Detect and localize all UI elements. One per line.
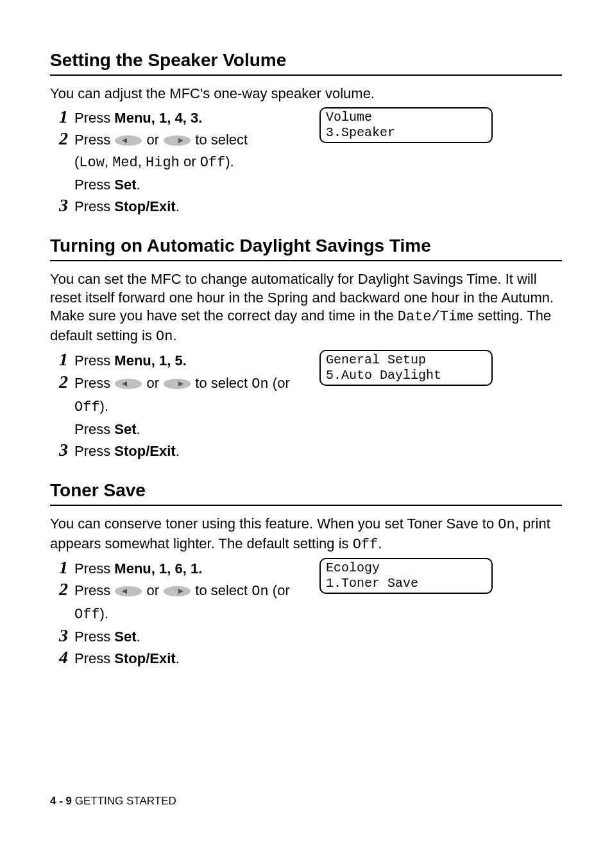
step-text: Press or to select (Low, Med, High or Of… <box>74 129 305 196</box>
intro-text: You can adjust the MFC's one-way speaker… <box>50 85 562 103</box>
set-key: Set <box>114 177 136 193</box>
step-3: 3 Press Stop/Exit. <box>50 196 562 218</box>
steps-list: Volume 3.Speaker 1 Press Menu, 1, 4, 3. … <box>50 107 562 218</box>
section-speaker-volume: Setting the Speaker Volume You can adjus… <box>50 50 562 218</box>
arrow-left-icon <box>114 586 142 597</box>
section-title: Setting the Speaker Volume <box>50 50 562 76</box>
step-number: 2 <box>50 580 74 600</box>
menu-key: Menu <box>114 352 151 369</box>
step-1: 1 Press Menu, 1, 6, 1. <box>50 558 562 580</box>
step-number: 3 <box>50 196 74 216</box>
step-number: 1 <box>50 350 74 370</box>
step-1: 1 Press Menu, 1, 5. <box>50 350 562 372</box>
arrow-right-icon <box>163 135 191 146</box>
chapter-label: GETTING STARTED <box>72 795 176 807</box>
stop-exit-key: Stop/Exit <box>114 198 175 214</box>
set-key: Set <box>114 629 136 645</box>
intro-text: You can set the MFC to change automatica… <box>50 270 562 346</box>
arrow-left-icon <box>114 135 142 146</box>
page-body: Setting the Speaker Volume You can adjus… <box>0 0 612 868</box>
step-number: 3 <box>50 440 74 460</box>
menu-key: Menu <box>114 110 151 126</box>
stop-exit-key: Stop/Exit <box>114 443 175 459</box>
step-3: 3 Press Stop/Exit. <box>50 440 562 462</box>
step-text: Press Menu, 1, 6, 1. <box>74 558 305 580</box>
step-number: 4 <box>50 648 74 668</box>
arrow-right-icon <box>163 586 191 597</box>
stop-exit-key: Stop/Exit <box>114 650 175 666</box>
step-number: 2 <box>50 129 74 149</box>
svg-point-8 <box>115 586 142 596</box>
steps-list: Ecology 1.Toner Save 1 Press Menu, 1, 6,… <box>50 558 562 670</box>
step-number: 3 <box>50 626 74 646</box>
step-text: Press Menu, 1, 5. <box>74 350 305 372</box>
menu-key: Menu <box>114 560 151 577</box>
step-text: Press Set. <box>74 626 562 648</box>
step-text: Press Stop/Exit. <box>74 648 562 670</box>
step-2: 2 Press or to select (Low, Med, High or … <box>50 129 562 196</box>
step-2: 2 Press or to select On (or Off). Press … <box>50 372 562 440</box>
step-text: Press Stop/Exit. <box>74 196 562 218</box>
set-key: Set <box>114 421 136 437</box>
section-title: Turning on Automatic Daylight Savings Ti… <box>50 236 562 261</box>
section-title: Toner Save <box>50 480 562 506</box>
section-daylight-savings: Turning on Automatic Daylight Savings Ti… <box>50 236 562 462</box>
step-2: 2 Press or to select On (or Off). <box>50 580 562 626</box>
step-text: Press Menu, 1, 4, 3. <box>74 107 305 129</box>
step-text: Press Stop/Exit. <box>74 440 562 462</box>
step-text: Press or to select On (or Off). Press Se… <box>74 372 305 440</box>
svg-point-2 <box>164 135 191 146</box>
svg-point-10 <box>164 586 191 596</box>
arrow-right-icon <box>163 378 191 390</box>
step-1: 1 Press Menu, 1, 4, 3. <box>50 107 562 129</box>
step-number: 2 <box>50 372 74 392</box>
page-footer: 4 - 9 GETTING STARTED <box>50 795 176 808</box>
step-text: Press or to select On (or Off). <box>74 580 305 626</box>
section-toner-save: Toner Save You can conserve toner using … <box>50 480 562 670</box>
step-3: 3 Press Set. <box>50 626 562 648</box>
svg-point-6 <box>164 379 191 389</box>
svg-point-4 <box>115 379 142 389</box>
step-number: 1 <box>50 107 74 127</box>
step-number: 1 <box>50 558 74 578</box>
step-4: 4 Press Stop/Exit. <box>50 648 562 670</box>
arrow-left-icon <box>114 378 142 390</box>
svg-point-0 <box>115 135 142 146</box>
intro-text: You can conserve toner using this featur… <box>50 515 562 554</box>
page-number: 4 - 9 <box>50 795 72 807</box>
steps-list: General Setup 5.Auto Daylight 1 Press Me… <box>50 350 562 462</box>
